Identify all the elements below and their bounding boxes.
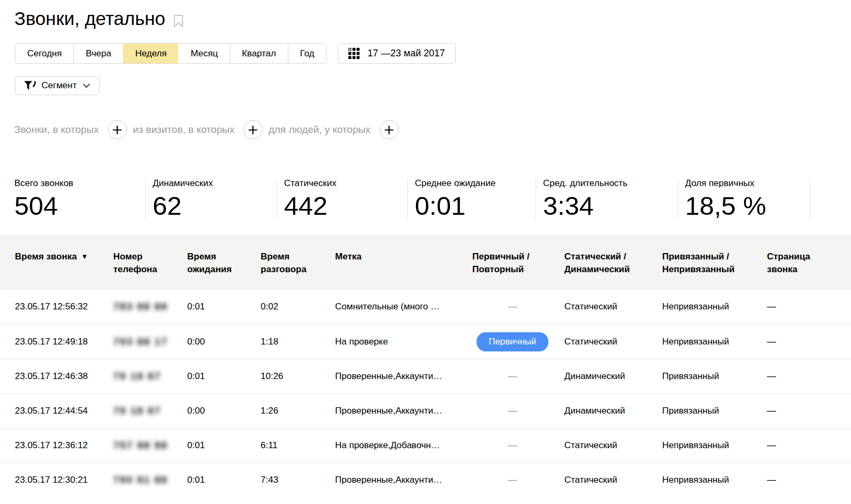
col-phone[interactable]: Номер телефона [113, 234, 187, 290]
col-call-time[interactable]: Время звонка▼ [0, 234, 113, 290]
col-call-page[interactable]: Страница звонка [760, 234, 851, 290]
title-row: Звонки, детально [0, 0, 851, 28]
filter-label-people: для людей, у которых [269, 124, 371, 136]
col-talk-time[interactable]: Время разговора [261, 234, 335, 290]
segment-button[interactable]: Сегмент [15, 76, 99, 95]
tab-yesterday[interactable]: Вчера [73, 44, 123, 63]
tab-today[interactable]: Сегодня [15, 44, 73, 63]
phone-number-blurred: 790 81 88 [113, 474, 168, 486]
filter-row: Звонки, в которых из визитов, в которых … [14, 120, 851, 139]
segment-label: Сегмент [41, 80, 77, 91]
metric-total-calls: Всего звонков 504 [14, 179, 145, 219]
sort-desc-icon: ▼ [81, 253, 88, 261]
metric-dynamic: Динамических 62 [145, 179, 277, 219]
tab-quarter[interactable]: Квартал [230, 44, 288, 63]
tab-week[interactable]: Неделя [123, 44, 178, 63]
phone-number-blurred: 783 88 88 [113, 301, 168, 313]
table-row[interactable]: 23.05.17 12:56:32 783 88 88 0:01 0:02 Со… [0, 290, 851, 324]
tab-year[interactable]: Год [288, 44, 326, 63]
calendar-icon [348, 48, 360, 59]
tab-month[interactable]: Месяц [178, 44, 229, 63]
metric-static: Статических 442 [277, 179, 407, 219]
segment-row: Сегмент [15, 76, 851, 95]
table-row[interactable]: 23.05.17 12:30:21 790 81 88 0:01 7:43 Пр… [0, 463, 851, 497]
plus-icon [113, 125, 122, 135]
phone-number-blurred: 79 18 87 [113, 371, 161, 382]
period-controls: Сегодня Вчера Неделя Месяц Квартал Год 1… [15, 43, 851, 64]
col-tag[interactable]: Метка [335, 234, 472, 290]
chevron-down-icon [82, 83, 90, 88]
calls-detail-page: Звонки, детально Сегодня Вчера Неделя Ме… [0, 0, 851, 504]
table-header-row: Время звонка▼ Номер телефона Время ожида… [0, 234, 851, 290]
col-static-dynamic[interactable]: Статический / Динамический [564, 234, 662, 290]
metric-avg-wait: Среднее ожидание 0:01 [407, 179, 536, 219]
plus-icon [248, 125, 257, 135]
add-visit-filter-button[interactable] [244, 120, 263, 139]
phone-number-blurred: 79 18 87 [113, 405, 161, 417]
table-row[interactable]: 23.05.17 12:49:18 793 88 17 0:00 1:18 На… [0, 324, 851, 359]
phone-number-blurred: 757 88 88 [113, 440, 168, 451]
metric-avg-duration: Сред. длительность 3:34 [536, 179, 678, 219]
funnel-icon [24, 81, 36, 90]
col-bound-unbound[interactable]: Привязанный / Непривязанный [662, 234, 760, 290]
date-range-label: 17 —23 май 2017 [368, 48, 445, 59]
period-tab-group: Сегодня Вчера Неделя Месяц Квартал Год [15, 43, 327, 64]
phone-number-blurred: 793 88 17 [113, 336, 168, 348]
date-range-button[interactable]: 17 —23 май 2017 [338, 43, 456, 64]
filter-label-calls: Звонки, в которых [14, 124, 99, 136]
add-people-filter-button[interactable] [380, 120, 399, 139]
plus-icon [385, 125, 394, 135]
primary-badge: Первичный [477, 332, 548, 351]
table-row[interactable]: 23.05.17 12:44:54 79 18 87 0:00 1:26 Про… [0, 393, 851, 428]
page-title: Звонки, детально [14, 9, 165, 28]
col-wait-time[interactable]: Время ожидания [187, 234, 261, 290]
bookmark-icon[interactable] [173, 14, 183, 28]
add-call-filter-button[interactable] [108, 120, 127, 139]
summary-metrics: Всего звонков 504 Динамических 62 Статич… [14, 179, 851, 219]
filter-label-visits: из визитов, в которых [133, 124, 235, 136]
calls-table: Время звонка▼ Номер телефона Время ожида… [0, 234, 851, 497]
metric-primary-share: Доля первичных 18,5 % [678, 179, 810, 219]
table-row[interactable]: 23.05.17 12:36:12 757 88 88 0:01 6:11 На… [0, 428, 851, 463]
table-row[interactable]: 23.05.17 12:46:38 79 18 87 0:01 10:26 Пр… [0, 359, 851, 393]
col-primary-repeat[interactable]: Первичный / Повторный [472, 234, 564, 290]
